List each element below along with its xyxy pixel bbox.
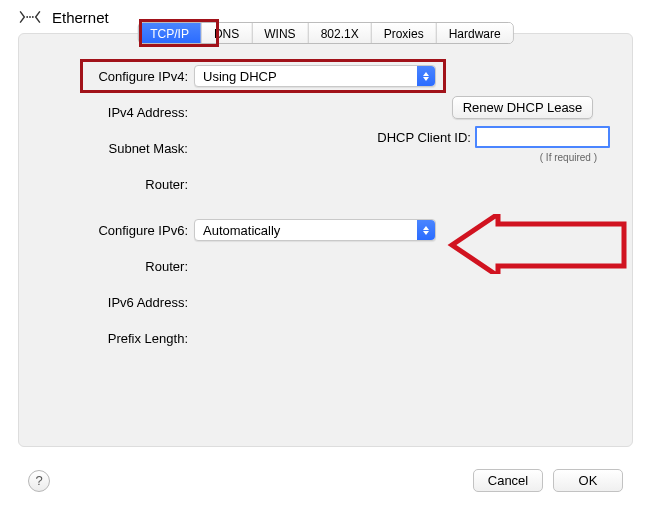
select-configure-ipv4[interactable]: Using DHCP bbox=[194, 65, 436, 87]
svg-point-1 bbox=[29, 16, 31, 18]
dhcp-renew-area: Renew DHCP Lease bbox=[435, 96, 610, 119]
row-ipv6-address: IPv6 Address: bbox=[19, 290, 632, 314]
settings-panel: TCP/IP DNS WINS 802.1X Proxies Hardware … bbox=[18, 33, 633, 447]
label-ipv4-router: Router: bbox=[19, 177, 194, 192]
cancel-button[interactable]: Cancel bbox=[473, 469, 543, 492]
row-prefix-length: Prefix Length: bbox=[19, 326, 632, 350]
row-ipv6-router: Router: bbox=[19, 254, 632, 278]
form-area: Configure IPv4: Using DHCP IPv4 Address:… bbox=[19, 34, 632, 446]
select-value: Using DHCP bbox=[203, 69, 277, 84]
select-configure-ipv6[interactable]: Automatically bbox=[194, 219, 436, 241]
row-dhcp-client-id: DHCP Client ID: bbox=[377, 126, 610, 148]
input-dhcp-client-id[interactable] bbox=[475, 126, 610, 148]
select-value: Automatically bbox=[203, 223, 280, 238]
row-ipv4-router: Router: bbox=[19, 172, 632, 196]
footer: ? Cancel OK bbox=[0, 469, 651, 492]
window-title: Ethernet bbox=[52, 9, 109, 26]
ethernet-icon bbox=[18, 7, 42, 27]
label-configure-ipv4: Configure IPv4: bbox=[19, 69, 194, 84]
row-configure-ipv6: Configure IPv6: Automatically bbox=[19, 218, 632, 242]
svg-point-2 bbox=[32, 16, 34, 18]
label-prefix-length: Prefix Length: bbox=[19, 331, 194, 346]
chevron-updown-icon bbox=[422, 72, 430, 81]
hint-if-required: ( If required ) bbox=[540, 152, 597, 163]
label-configure-ipv6: Configure IPv6: bbox=[19, 223, 194, 238]
label-ipv6-router: Router: bbox=[19, 259, 194, 274]
svg-point-0 bbox=[26, 16, 28, 18]
label-dhcp-client-id: DHCP Client ID: bbox=[377, 130, 471, 145]
label-subnet-mask: Subnet Mask: bbox=[19, 141, 194, 156]
label-ipv4-address: IPv4 Address: bbox=[19, 105, 194, 120]
label-ipv6-address: IPv6 Address: bbox=[19, 295, 194, 310]
row-configure-ipv4: Configure IPv4: Using DHCP bbox=[19, 64, 632, 88]
ok-button[interactable]: OK bbox=[553, 469, 623, 492]
chevron-updown-icon bbox=[422, 226, 430, 235]
renew-dhcp-button[interactable]: Renew DHCP Lease bbox=[452, 96, 594, 119]
help-button[interactable]: ? bbox=[28, 470, 50, 492]
